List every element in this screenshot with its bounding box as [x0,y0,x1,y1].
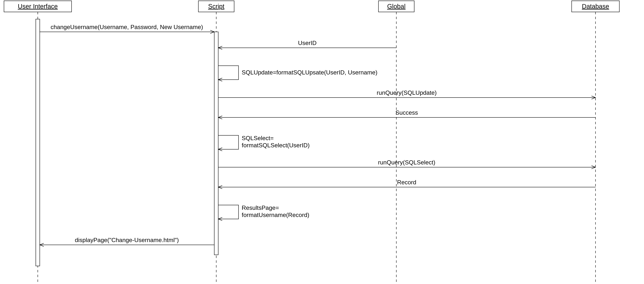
svg-text:runQuery(SQLSelect): runQuery(SQLSelect) [378,159,436,166]
lifeline-ui-label: User Interface [18,3,58,10]
svg-text:displayPage("Change-Username.h: displayPage("Change-Username.html") [75,237,179,243]
svg-text:changeUsername(Username, Passw: changeUsername(Username, Password, New U… [50,24,203,30]
msg-display-page: displayPage("Change-Username.html") [40,237,214,245]
svg-text:Success: Success [396,109,418,116]
svg-text:formatUsername(Record): formatUsername(Record) [242,212,309,218]
msg-userid: UserID [218,40,396,48]
msg-sql-select-self: SQLSelect= formatSQLSelect(UserID) [218,135,310,149]
lifeline-script-label: Script [208,3,224,10]
svg-text:Record: Record [397,179,416,186]
lifeline-ui: User Interface [4,1,72,12]
msg-success: Success [218,109,596,117]
lifeline-global: Global [378,1,414,12]
activation-script [214,32,218,255]
svg-text:SQLSelect=: SQLSelect= [242,135,274,141]
lifeline-script: Script [198,1,234,12]
msg-change-username: changeUsername(Username, Password, New U… [40,24,214,32]
svg-text:ResultsPage=: ResultsPage= [242,204,279,211]
svg-text:formatSQLSelect(UserID): formatSQLSelect(UserID) [242,142,310,149]
msg-record: Record [218,179,596,187]
msg-run-query-select: runQuery(SQLSelect) [218,159,596,167]
activation-ui [36,19,40,266]
msg-sql-update-self: SQLUpdate=formatSQLUpsate(UserID, Userna… [218,66,378,80]
lifeline-database: Database [572,1,619,12]
msg-results-page-self: ResultsPage= formatUsername(Record) [218,204,309,219]
msg-run-query-update: runQuery(SQLUpdate) [218,89,596,97]
lifeline-global-label: Global [387,3,406,10]
svg-text:SQLUpdate=formatSQLUpsate(User: SQLUpdate=formatSQLUpsate(UserID, Userna… [242,69,378,76]
svg-text:UserID: UserID [298,40,316,46]
lifeline-database-label: Database [582,3,609,10]
sequence-diagram: User Interface Script Global Database ch… [0,0,644,284]
svg-text:runQuery(SQLUpdate): runQuery(SQLUpdate) [377,89,437,96]
